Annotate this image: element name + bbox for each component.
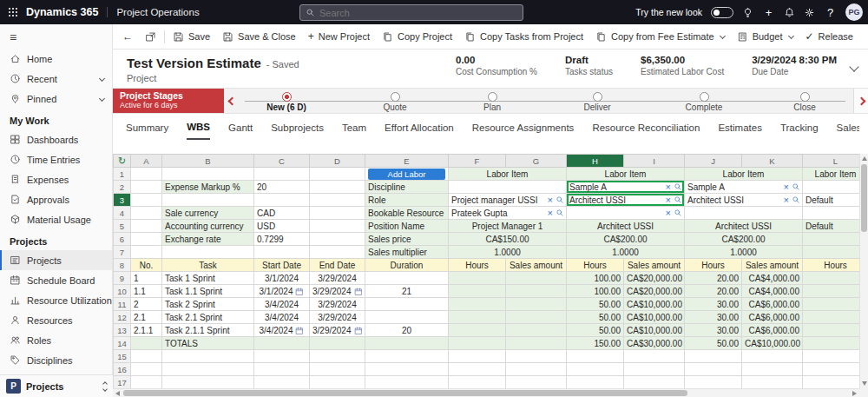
cell[interactable] <box>310 233 365 246</box>
expense-markup-label[interactable]: Expense Markup % <box>162 181 254 194</box>
task-start[interactable]: 3/1/2024 <box>254 272 310 285</box>
more-commands-button[interactable]: ⋮ <box>859 24 868 49</box>
cell[interactable] <box>449 363 506 376</box>
clear-icon[interactable]: × <box>784 182 789 192</box>
add-labor-button[interactable]: Add Labor <box>368 169 445 180</box>
multiplier-group1[interactable]: 1.0000 <box>449 246 567 259</box>
hamburger-menu-icon[interactable]: ≡ <box>0 26 112 49</box>
row-header-5[interactable]: 5 <box>114 220 131 233</box>
column-header-h-selected[interactable]: H <box>567 155 624 168</box>
notifications-bell-icon[interactable] <box>784 7 795 18</box>
lookup-search-icon[interactable] <box>674 182 682 191</box>
discipline-group3-lookup[interactable]: Sample A× <box>685 181 803 194</box>
task-duration[interactable]: 20 <box>365 324 449 337</box>
lookup-search-icon[interactable] <box>556 195 564 204</box>
chevron-down-icon[interactable] <box>99 76 105 82</box>
totals-sales[interactable]: CA$30,000.00 <box>624 337 685 350</box>
labor-item-header-4[interactable]: Labor Item <box>803 168 868 181</box>
task-start[interactable]: 3/1/2024 <box>254 285 310 298</box>
scroll-down-arrow[interactable] <box>862 381 867 386</box>
bookable-resource-label[interactable]: Bookable Resource <box>365 207 449 220</box>
task-end[interactable]: 3/29/2024 <box>310 324 365 337</box>
cell[interactable] <box>803 337 868 350</box>
cell[interactable] <box>162 194 254 207</box>
row-header-10[interactable]: 10 <box>114 285 131 298</box>
cell[interactable] <box>803 272 868 285</box>
cell[interactable] <box>449 350 506 363</box>
new-look-toggle[interactable] <box>711 7 733 18</box>
row-header-7[interactable]: 7 <box>114 246 131 259</box>
sidebar-item-time-entries[interactable]: Time Entries <box>0 149 112 169</box>
cell[interactable] <box>803 207 868 220</box>
task-duration[interactable]: 21 <box>365 285 449 298</box>
position-group2[interactable]: Architect USSI <box>567 220 685 233</box>
row-header-11[interactable]: 11 <box>114 298 131 311</box>
cell[interactable] <box>506 272 567 285</box>
cell[interactable] <box>685 207 803 220</box>
chevron-left-icon[interactable] <box>228 97 237 106</box>
column-header-i[interactable]: I <box>624 155 685 168</box>
cell[interactable] <box>506 311 567 324</box>
discipline-group1[interactable] <box>449 181 567 194</box>
task-col-end[interactable]: End Date <box>310 259 365 272</box>
column-header-g[interactable]: G <box>506 155 567 168</box>
task-sales[interactable]: CA$20,000.00 <box>624 285 685 298</box>
cell[interactable] <box>506 285 567 298</box>
cell[interactable] <box>310 168 365 181</box>
calendar-icon[interactable] <box>295 288 304 296</box>
cell[interactable] <box>506 324 567 337</box>
cell[interactable] <box>624 376 685 389</box>
task-end[interactable]: 3/29/2024 <box>310 272 365 285</box>
task-col-hours-4[interactable]: Hours <box>803 259 868 272</box>
cell[interactable] <box>254 246 310 259</box>
task-name[interactable]: Task 2 Sprint <box>162 298 254 311</box>
sidebar-item-pinned[interactable]: Pinned <box>0 89 112 109</box>
cell[interactable] <box>310 337 365 350</box>
cell[interactable] <box>449 376 506 389</box>
horizontal-scroll-thumb[interactable] <box>123 390 687 396</box>
clear-icon[interactable]: × <box>548 208 553 218</box>
task-start[interactable]: 3/4/2024 <box>254 324 310 337</box>
column-header-l[interactable]: L <box>803 155 868 168</box>
task-end[interactable]: 3/29/2024 <box>310 311 365 324</box>
row-header-3-selected[interactable]: 3 <box>114 194 131 207</box>
cell[interactable] <box>310 181 365 194</box>
cell[interactable] <box>131 168 162 181</box>
cell[interactable] <box>365 363 449 376</box>
cell[interactable] <box>254 168 310 181</box>
exchange-rate-label[interactable]: Exchange rate <box>162 233 254 246</box>
task-sales[interactable]: CA$4,000.00 <box>742 272 803 285</box>
position-name-label[interactable]: Position Name <box>365 220 449 233</box>
cell[interactable] <box>131 337 162 350</box>
task-no[interactable]: 2.1.1 <box>131 324 162 337</box>
resource-group1-lookup[interactable]: Prateek Gupta× <box>449 207 567 220</box>
row-header-13[interactable]: 13 <box>114 324 131 337</box>
sidebar-item-approvals[interactable]: Approvals <box>0 189 112 209</box>
cell[interactable] <box>803 181 868 194</box>
exchange-rate-value[interactable]: 0.7299 <box>254 233 310 246</box>
column-header-k[interactable]: K <box>742 155 803 168</box>
tab-effort-allocation[interactable]: Effort Allocation <box>385 116 454 139</box>
task-sales[interactable]: CA$20,000.00 <box>624 272 685 285</box>
cell[interactable] <box>162 168 254 181</box>
row-header-16[interactable]: 16 <box>114 363 131 376</box>
multiplier-group3[interactable]: 1.0000 <box>685 246 803 259</box>
price-group1[interactable]: CA$150.00 <box>449 233 567 246</box>
cell[interactable] <box>310 194 365 207</box>
row-header-4[interactable]: 4 <box>114 207 131 220</box>
accounting-currency-label[interactable]: Accounting currency <box>162 220 254 233</box>
back-button[interactable]: ← <box>116 24 139 49</box>
task-col-hours-3[interactable]: Hours <box>685 259 742 272</box>
task-hours[interactable]: 100.00 <box>567 272 624 285</box>
task-col-sales-2[interactable]: Sales amount <box>624 259 685 272</box>
tab-gantt[interactable]: Gantt <box>228 116 253 139</box>
sidebar-item-disciplines[interactable]: Disciplines <box>0 350 112 370</box>
sidebar-item-recent[interactable]: Recent <box>0 69 112 89</box>
totals-label[interactable]: TOTALS <box>162 337 254 350</box>
vertical-scroll-thumb[interactable] <box>861 164 867 232</box>
cell[interactable] <box>162 363 254 376</box>
cell[interactable] <box>162 246 254 259</box>
scroll-up-arrow[interactable] <box>862 156 867 161</box>
cell[interactable] <box>310 350 365 363</box>
totals-hours[interactable]: 150.00 <box>567 337 624 350</box>
